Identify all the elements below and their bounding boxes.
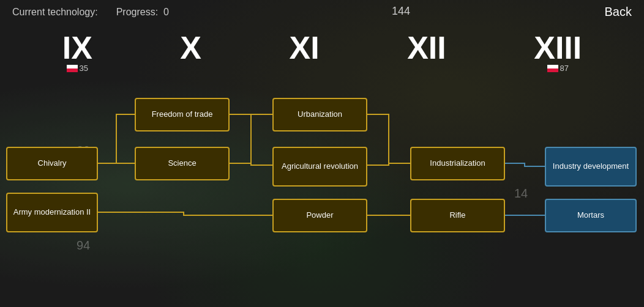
node-powder-label: Powder [306, 210, 333, 221]
node-agricultural-revolution[interactable]: Agricultural revolution [272, 147, 367, 187]
top-badge-left: 144 [392, 5, 410, 18]
node-powder[interactable]: Powder [272, 199, 367, 232]
node-mortars[interactable]: Mortars [545, 199, 637, 232]
numeral-XI: XI [290, 32, 320, 64]
current-tech-label: Current technology: [12, 7, 98, 18]
node-industry-dev-label: Industry development [553, 161, 629, 172]
node-chivalry[interactable]: Chivalry [6, 147, 98, 180]
node-urbanization-label: Urbanization [298, 109, 342, 120]
header: Current technology: Progress: 0 Back [0, 0, 644, 24]
badge-num-IX: 35 [80, 64, 88, 73]
badge-XIII: 87 [547, 64, 569, 73]
numeral-XII: XII [407, 32, 446, 64]
numeral-col-XIII: XIII 87 [534, 32, 582, 73]
node-army-mod-label: Army modernization II [13, 207, 91, 218]
node-rifle-label: Rifle [449, 210, 465, 221]
node-industrialization[interactable]: Industrialization [410, 147, 505, 180]
node-freedom-of-trade[interactable]: Freedom of trade [135, 98, 230, 131]
back-button[interactable]: Back [605, 5, 632, 19]
badge-IX: 35 [67, 64, 88, 73]
node-ag-rev-label: Agricultural revolution [282, 161, 358, 172]
node-rifle[interactable]: Rifle [410, 199, 505, 232]
node-industrialization-label: Industrialization [430, 158, 485, 169]
progress-text: Progress: [116, 7, 158, 17]
numeral-col-XII: XII [407, 32, 446, 73]
top-badge-left-value: 144 [392, 5, 410, 18]
progress-label: Progress: 0 [116, 7, 169, 18]
node-chivalry-label: Chivalry [38, 158, 67, 169]
flag-XIII [547, 65, 558, 72]
numeral-col-X: X [180, 32, 201, 73]
node-army-modernization[interactable]: Army modernization II [6, 193, 98, 232]
flag-IX [67, 65, 78, 72]
current-tech-text: Current technology: [12, 7, 98, 17]
numeral-XIII: XIII [534, 32, 582, 64]
node-science[interactable]: Science [135, 147, 230, 180]
progress-value: 0 [163, 7, 169, 17]
numeral-X: X [180, 32, 201, 64]
tech-tree: Chivalry Freedom of trade Science Army m… [0, 86, 644, 307]
numeral-col-IX: IX 35 [62, 32, 92, 73]
node-mortars-label: Mortars [577, 210, 604, 221]
numerals-row: IX 35 X XI XII XIII 87 [0, 32, 644, 73]
badge-num-XIII: 87 [560, 64, 569, 73]
numeral-col-XI: XI [290, 32, 320, 73]
node-science-label: Science [168, 158, 196, 169]
numeral-IX: IX [62, 32, 92, 64]
node-freedom-label: Freedom of trade [152, 109, 213, 120]
node-urbanization[interactable]: Urbanization [272, 98, 367, 131]
node-industry-development[interactable]: Industry development [545, 147, 637, 187]
